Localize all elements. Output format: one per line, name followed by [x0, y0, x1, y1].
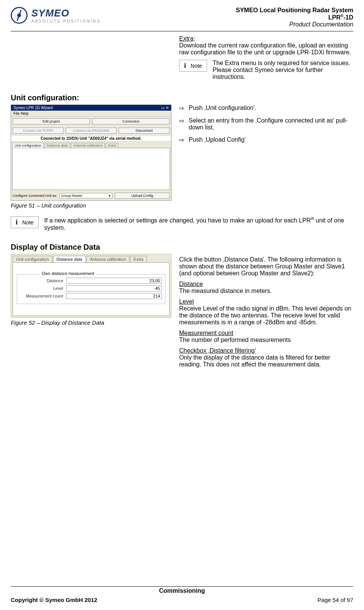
- header-title-3: Product Documentation: [236, 21, 353, 28]
- connection-button[interactable]: Connection: [92, 118, 170, 124]
- tab-distance-data[interactable]: Distance data: [53, 256, 86, 262]
- header-title-2: LPR®-1D: [236, 14, 353, 21]
- footer-copyright: Copyright © Symeo GmbH 2012: [11, 597, 97, 603]
- distance-panel-screenshot: Unit configuration Distance data Antenna…: [11, 254, 171, 318]
- extra-note-text: The Extra menu is only required for serv…: [213, 60, 353, 80]
- wizard-status: Connected to 1D/DXi Unit "AD00JZ4" via s…: [11, 135, 171, 142]
- configure-unit-label: Configure connected Unit as:: [13, 194, 57, 198]
- distance-intro: Click the button ‚Distance Data'. The fo…: [179, 256, 353, 277]
- unit-config-steps: ⇨ Push ‚Unit configuration'. ⇨ Select an…: [179, 105, 353, 144]
- connect-rs-button[interactable]: Connect via RS232/485: [66, 128, 117, 134]
- distance-value: 23,00: [66, 278, 162, 284]
- edit-project-button[interactable]: Edit project: [13, 118, 90, 124]
- configure-unit-select[interactable]: Group Master ▾: [59, 193, 113, 198]
- tab-unit-config[interactable]: Unit configuration: [12, 143, 44, 148]
- wizard-menu: File Help: [11, 111, 171, 117]
- upload-config-button[interactable]: Upload Config: [115, 193, 170, 199]
- unit-config-note: If a new application is selected or sett…: [44, 216, 353, 231]
- tab-antenna-calib[interactable]: Antenna calibration: [71, 143, 105, 148]
- def-level: Level Receive Level of the radio signal …: [179, 298, 353, 326]
- arrow-icon: ⇨: [179, 117, 184, 131]
- tab-distance-data[interactable]: Distance data: [44, 143, 70, 148]
- arrow-icon: ⇨: [179, 136, 184, 144]
- unit-config-heading: Unit configuration:: [11, 93, 353, 102]
- logo-name: SYMEO: [31, 7, 101, 19]
- distance-heading: Display of Distance Data: [11, 243, 353, 252]
- figure-51-caption: Figure 51 – Unit configuration: [11, 202, 171, 209]
- extra-heading: Extra: [179, 35, 193, 42]
- note-box: i Note: [11, 216, 39, 228]
- logo: SYMEO ABSOLUTE POSITIONING: [11, 7, 101, 24]
- level-value: -45: [66, 285, 162, 291]
- tab-unit-config[interactable]: Unit configuration: [13, 256, 52, 262]
- list-item: ⇨ Push ‚Unit configuration'.: [179, 105, 353, 112]
- disconnect-button[interactable]: Disconnect: [119, 128, 170, 134]
- logo-tagline: ABSOLUTE POSITIONING: [31, 19, 101, 23]
- def-distance: Distance The measured distance in meters…: [179, 281, 353, 294]
- list-item: ⇨ Select an entry from the ‚Configure co…: [179, 117, 353, 131]
- footer-section: Commissioning: [11, 586, 353, 594]
- info-icon: i: [16, 218, 18, 226]
- header-title-1: SYMEO Local Positioning Radar System: [236, 7, 353, 14]
- figure-52-caption: Figure 52 – Display of Distance Data: [11, 319, 171, 326]
- def-measurement-count: Measurement count The number of performe…: [179, 330, 353, 343]
- header-titles: SYMEO Local Positioning Radar System LPR…: [236, 7, 353, 28]
- note-label: Note: [22, 219, 34, 226]
- note-box: i Note: [179, 60, 207, 72]
- window-controls-icon: ▭ ✕: [161, 106, 169, 110]
- tab-extra[interactable]: Extra: [130, 256, 147, 262]
- extra-heading-line: Extra:: [179, 35, 353, 42]
- page-footer: Commissioning Copyright © Symeo GmbH 201…: [11, 586, 353, 603]
- wizard-title: Symeo LPR 1D Wizard: [13, 106, 53, 110]
- wizard-screenshot: Symeo LPR 1D Wizard ▭ ✕ File Help Edit p…: [11, 105, 171, 201]
- measurement-count-value: 214: [66, 293, 162, 299]
- info-icon: i: [184, 62, 186, 70]
- list-item: ⇨ Push ‚Upload Config': [179, 136, 353, 144]
- footer-page: Page 54 of 97: [318, 597, 353, 603]
- arrow-icon: ⇨: [179, 105, 184, 112]
- tab-antenna-calib[interactable]: Antenna calibration: [87, 256, 129, 262]
- measurement-count-label: Measurement count: [20, 294, 66, 298]
- distance-group-title: Own distance measurement: [40, 271, 96, 276]
- connect-tcp-button[interactable]: Connect via TCP/IP: [13, 128, 64, 134]
- tab-extra[interactable]: Extra: [106, 143, 118, 148]
- logo-icon: [11, 7, 28, 24]
- def-distance-filtering: Checkbox ‚Distance filtering' Only the d…: [179, 347, 353, 368]
- distance-label: Distance: [20, 278, 66, 283]
- page-header: SYMEO ABSOLUTE POSITIONING SYMEO Local P…: [11, 7, 353, 31]
- extra-text: Download the current raw configuration f…: [179, 42, 353, 56]
- note-label: Note: [191, 63, 202, 69]
- level-label: Level: [20, 286, 66, 291]
- chevron-down-icon: ▾: [109, 194, 111, 198]
